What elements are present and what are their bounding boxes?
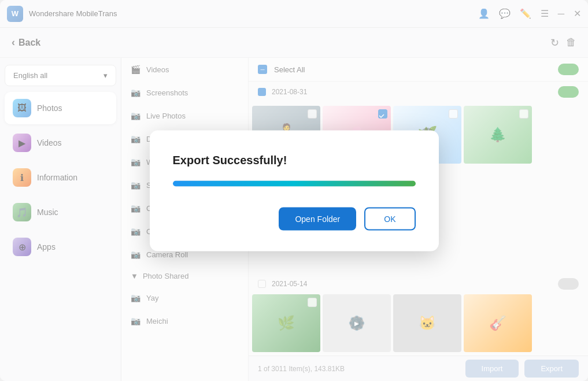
open-folder-button[interactable]: Open Folder [279, 207, 356, 230]
app-window: W Wondershare MobileTrans 👤 💬 ✏️ ☰ ─ ✕ ‹… [0, 0, 588, 381]
progress-bar-fill [173, 180, 416, 186]
export-success-modal: Export Successfully! Open Folder OK [150, 130, 439, 251]
modal-buttons: Open Folder OK [173, 207, 416, 230]
progress-bar-container [173, 180, 416, 186]
ok-button[interactable]: OK [364, 207, 415, 230]
modal-title: Export Successfully! [173, 153, 416, 167]
